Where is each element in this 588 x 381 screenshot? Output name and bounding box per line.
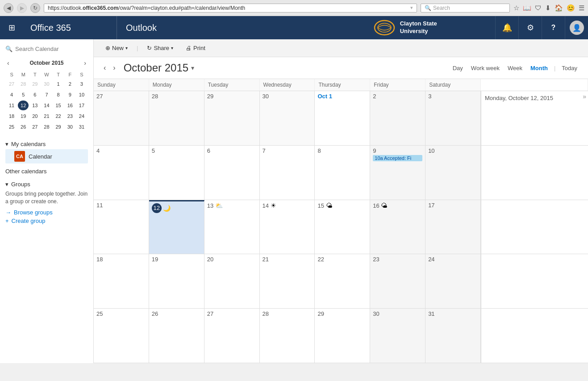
- cal-cell[interactable]: 2: [370, 91, 425, 145]
- mini-cal-day[interactable]: 29: [53, 122, 64, 132]
- expand-icon[interactable]: »: [583, 93, 586, 100]
- browse-groups-link[interactable]: → Browse groups: [5, 209, 88, 216]
- mini-cal-day[interactable]: 28: [18, 79, 29, 89]
- cal-cell[interactable]: 14 ☀: [260, 200, 315, 254]
- cal-cell[interactable]: 31: [425, 309, 481, 363]
- view-workweek-button[interactable]: Work week: [467, 63, 503, 73]
- mini-cal-day[interactable]: 20: [29, 111, 40, 121]
- cal-cell[interactable]: 27: [204, 309, 260, 363]
- cal-cell[interactable]: 15 🌤: [315, 200, 370, 254]
- cal-cell[interactable]: 28: [260, 309, 315, 363]
- mini-cal-today[interactable]: 12: [18, 100, 29, 110]
- mini-cal-day[interactable]: 27: [6, 79, 17, 89]
- mini-cal-day[interactable]: 19: [18, 111, 29, 121]
- create-group-link[interactable]: + Create group: [5, 218, 88, 224]
- mini-cal-day[interactable]: 3: [76, 79, 87, 89]
- profile-button[interactable]: 👤: [565, 16, 588, 39]
- cal-cell[interactable]: Oct 1: [315, 91, 370, 145]
- share-button[interactable]: ↻ Share ▾: [142, 43, 178, 53]
- notifications-button[interactable]: 🔔: [495, 16, 518, 39]
- month-dropdown-icon[interactable]: ▾: [191, 64, 194, 71]
- calendar-item-main[interactable]: CA Calendar: [5, 149, 88, 163]
- cal-cell[interactable]: 13 ⛅: [204, 200, 260, 254]
- url-dropdown-icon[interactable]: ▾: [410, 5, 413, 11]
- print-button[interactable]: 🖨 Print: [181, 43, 210, 53]
- cal-cell[interactable]: 8: [315, 146, 370, 200]
- cal-cell[interactable]: 19: [149, 254, 204, 308]
- cal-cell[interactable]: 18: [94, 254, 149, 308]
- mini-cal-day[interactable]: 29: [29, 79, 40, 89]
- groups-header[interactable]: ▾ Groups: [5, 181, 88, 188]
- cal-prev-button[interactable]: ‹: [101, 63, 108, 73]
- cal-cell[interactable]: 17: [425, 200, 481, 254]
- mini-cal-day[interactable]: 11: [6, 100, 17, 110]
- cal-cell[interactable]: 28: [149, 91, 204, 145]
- mini-cal-day[interactable]: 8: [53, 90, 64, 100]
- mini-cal-day[interactable]: 5: [18, 90, 29, 100]
- sidebar-search[interactable]: 🔍: [0, 43, 93, 57]
- cal-cell-today[interactable]: 12 🌙: [149, 200, 204, 254]
- cal-cell[interactable]: 11: [94, 200, 149, 254]
- mini-cal-day[interactable]: 30: [41, 79, 52, 89]
- cal-cell-with-event[interactable]: 9 10a Accepted: Fi: [370, 146, 425, 200]
- mini-cal-day[interactable]: 21: [41, 111, 52, 121]
- cal-cell[interactable]: 27: [94, 91, 149, 145]
- settings-button[interactable]: ⚙: [518, 16, 542, 39]
- cal-cell[interactable]: 6: [204, 146, 260, 200]
- mini-cal-day[interactable]: 6: [29, 90, 40, 100]
- download-icon[interactable]: ⬇: [545, 4, 551, 12]
- mini-cal-day[interactable]: 23: [65, 111, 75, 121]
- calendar-event[interactable]: 10a Accepted: Fi: [373, 155, 422, 161]
- new-button[interactable]: ⊕ New ▾: [101, 43, 132, 53]
- cal-cell[interactable]: 30: [260, 91, 315, 145]
- mini-cal-next[interactable]: ›: [82, 59, 88, 67]
- cal-cell[interactable]: 20: [204, 254, 260, 308]
- mini-cal-day[interactable]: 22: [53, 111, 64, 121]
- cal-cell[interactable]: 24: [425, 254, 481, 308]
- forward-button[interactable]: ▶: [17, 3, 27, 13]
- view-month-button[interactable]: Month: [527, 63, 551, 73]
- browser-search-bar[interactable]: 🔍 Search: [421, 4, 510, 13]
- mini-cal-prev[interactable]: ‹: [5, 59, 11, 67]
- mini-cal-day[interactable]: 28: [41, 122, 52, 132]
- cal-cell[interactable]: 3: [425, 91, 481, 145]
- cal-cell[interactable]: 16 🌤: [370, 200, 425, 254]
- mini-cal-day[interactable]: 27: [29, 122, 40, 132]
- mini-cal-day[interactable]: 15: [53, 100, 64, 110]
- star-icon[interactable]: ☆: [513, 4, 519, 12]
- cal-cell[interactable]: 22: [315, 254, 370, 308]
- my-calendars-header[interactable]: ▾ My calendars: [5, 141, 88, 147]
- other-calendars-header[interactable]: Other calendars: [0, 165, 93, 177]
- cal-cell[interactable]: 30: [370, 309, 425, 363]
- mini-cal-day[interactable]: 9: [65, 90, 75, 100]
- cal-cell[interactable]: 4: [94, 146, 149, 200]
- mini-cal-day[interactable]: 4: [6, 90, 17, 100]
- menu-icon[interactable]: ☰: [579, 4, 584, 12]
- cal-cell[interactable]: 29: [315, 309, 370, 363]
- mini-cal-day[interactable]: 24: [76, 111, 87, 121]
- mini-cal-day[interactable]: 16: [65, 100, 75, 110]
- mini-cal-day[interactable]: 31: [76, 122, 87, 132]
- mini-cal-day[interactable]: 25: [6, 122, 17, 132]
- mini-cal-day[interactable]: 2: [65, 79, 75, 89]
- mini-cal-day[interactable]: 7: [41, 90, 52, 100]
- mini-cal-day[interactable]: 13: [29, 100, 40, 110]
- home-icon[interactable]: 🏠: [555, 4, 563, 12]
- today-button[interactable]: Today: [558, 63, 581, 73]
- mini-cal-day[interactable]: 10: [76, 90, 87, 100]
- cal-cell[interactable]: 23: [370, 254, 425, 308]
- mini-cal-day[interactable]: 18: [6, 111, 17, 121]
- view-day-button[interactable]: Day: [449, 63, 467, 73]
- mini-cal-day[interactable]: 17: [76, 100, 87, 110]
- cal-cell[interactable]: 26: [149, 309, 204, 363]
- back-button[interactable]: ◀: [4, 3, 13, 13]
- mini-cal-day[interactable]: 26: [18, 122, 29, 132]
- mini-cal-day[interactable]: 30: [65, 122, 75, 132]
- emoji-icon[interactable]: 😊: [567, 4, 575, 12]
- cal-cell[interactable]: 7: [260, 146, 315, 200]
- cal-cell[interactable]: 10: [425, 146, 481, 200]
- mini-cal-day[interactable]: 14: [41, 100, 52, 110]
- reader-icon[interactable]: 📖: [523, 4, 531, 12]
- waffle-menu[interactable]: ⊞: [0, 16, 23, 39]
- mini-cal-day[interactable]: 1: [53, 79, 64, 89]
